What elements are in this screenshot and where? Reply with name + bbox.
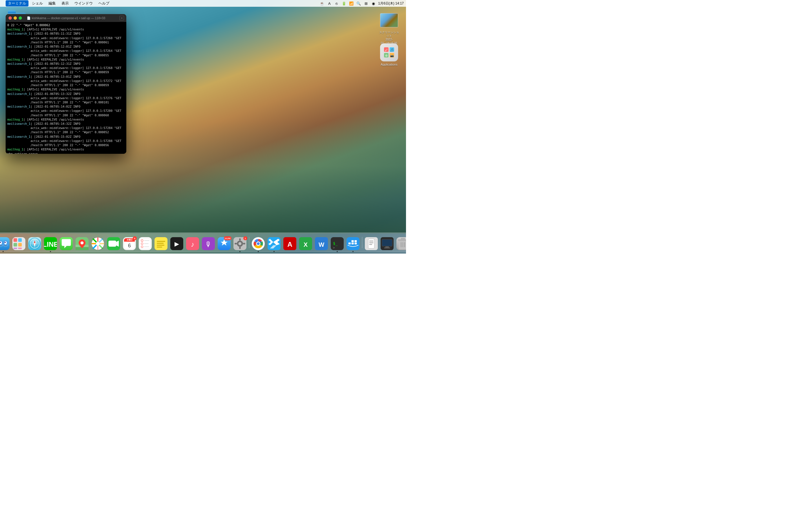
applications-icon-label: Applications [380, 62, 397, 66]
dock-item-launchpad[interactable] [11, 236, 26, 251]
coffee-icon[interactable]: ☕ [319, 1, 324, 6]
dock-item-calendar[interactable]: 木曜日 6 6 [122, 236, 137, 251]
log-line: meilisearch_1 | [2022-01-06T05:13:32Z IN… [7, 92, 124, 105]
svg-rect-73 [349, 242, 351, 244]
font-icon[interactable]: A [327, 1, 332, 6]
dock-item-facetime[interactable] [106, 236, 121, 251]
photos-icon [91, 237, 104, 250]
siri-icon[interactable]: ◉ [371, 1, 376, 6]
dock-item-clipboard[interactable] [364, 236, 378, 251]
dock-dot-vscode [273, 251, 274, 252]
svg-rect-17 [13, 243, 17, 246]
svg-rect-76 [352, 240, 354, 242]
svg-rect-80 [369, 240, 373, 241]
dock-item-acrobat[interactable]: A [283, 236, 297, 251]
menu-view[interactable]: 表示 [59, 0, 71, 6]
close-button[interactable] [8, 16, 12, 20]
log-line: mailhog_1 | [APIv1] KEEPALIVE /api/v1/ev… [7, 27, 124, 32]
dock-item-trash[interactable] [396, 236, 406, 251]
desktop-icon-screenshot[interactable]: スクリーンショット2022-01...14.16.06 [378, 10, 400, 46]
dock-item-appstore[interactable]: 10,292 [217, 236, 232, 251]
systemprefs-badge: 1 [243, 236, 247, 240]
clipboard-icon [365, 237, 378, 250]
dock-item-maps[interactable] [75, 236, 89, 251]
menu-terminal[interactable]: ターミナル [6, 0, 29, 6]
svg-text:▶: ▶ [174, 240, 179, 247]
dock-dot-chrome [258, 251, 259, 252]
log-line: mailhog_1 | [APIv1] KEEPALIVE /api/v1/ev… [7, 87, 124, 92]
notes-icon [154, 237, 167, 250]
svg-rect-18 [18, 243, 22, 246]
dock-item-word[interactable]: W [314, 236, 329, 251]
menu-edit[interactable]: 編集 [46, 0, 58, 6]
dock-item-photos[interactable] [91, 236, 105, 251]
svg-rect-89 [401, 238, 405, 240]
log-line: meilisearch_1 | [2022-01-06T05:13:01Z IN… [7, 75, 124, 88]
finder-icon [0, 237, 10, 250]
menu-help[interactable]: ヘルプ [96, 0, 112, 6]
svg-rect-16 [18, 238, 22, 242]
minimize-button[interactable] [13, 16, 17, 20]
dock-item-podcasts[interactable]: 🎙 [201, 236, 216, 251]
dock-item-reminders[interactable] [138, 236, 153, 251]
maximize-button[interactable] [18, 16, 22, 20]
dock-item-messages[interactable] [59, 236, 73, 251]
menu-shell[interactable]: シェル [30, 0, 45, 6]
dock-item-vscode[interactable] [267, 236, 282, 251]
dock-item-notes[interactable] [154, 236, 168, 251]
svg-rect-79 [368, 239, 374, 248]
search-icon[interactable]: 🔍 [356, 1, 361, 6]
svg-rect-77 [354, 240, 357, 242]
screensaver-icon [380, 237, 394, 250]
svg-point-61 [257, 242, 260, 245]
chrome-icon [252, 237, 265, 250]
music-icon: ♪ [186, 237, 199, 250]
svg-text:LINE: LINE [44, 240, 57, 248]
terminal-content[interactable]: 0 22 "-" "Wget" 0.000062 mailhog_1 | [AP… [6, 22, 126, 154]
dock-item-chrome[interactable] [251, 236, 266, 251]
battery-icon[interactable]: 🔋 [342, 1, 347, 6]
log-line: mailhog_1 | [APIv1] KEEPALIVE /api/v1/ev… [7, 57, 124, 62]
dock-item-excel[interactable]: X [298, 236, 313, 251]
terminal-scroll-indicator[interactable]: ≡ [119, 16, 124, 20]
svg-text:🎵: 🎵 [390, 48, 394, 52]
svg-rect-85 [386, 246, 389, 247]
log-line: meilisearch_1 | [2022-01-06T05:12:31Z IN… [7, 62, 124, 75]
terminal-titlebar: 📄 kishikaima — docker-compose-v1 • sail … [6, 14, 126, 22]
dock-item-systemprefs[interactable]: 1 [233, 236, 247, 251]
log-line: mailhog_1 | [APIv1] KEEPALIVE /api/v1/ev… [7, 147, 124, 152]
dock-item-finder[interactable] [0, 236, 10, 251]
dock-item-line[interactable]: LINE [43, 236, 58, 251]
terminal-title: 📄 kishikaima — docker-compose-v1 • sail … [27, 16, 105, 20]
traffic-lights [8, 16, 22, 20]
dock-item-docker[interactable] [346, 236, 360, 251]
wifi-icon[interactable]: 📶 [349, 1, 354, 6]
dock-dot-terminal [337, 251, 338, 252]
dock-item-music[interactable]: ♪ [185, 236, 200, 251]
control-center-icon[interactable]: ⊞ [363, 1, 368, 6]
svg-text:⚙: ⚙ [385, 54, 388, 57]
docker-icon [347, 237, 359, 250]
svg-text:🎙: 🎙 [205, 240, 212, 248]
svg-rect-42 [157, 245, 164, 245]
log-line: mailhog_1 | [APIv1] KEEPALIVE /api/v1/ev… [7, 117, 124, 122]
terminal-icon: $_ > [331, 237, 344, 250]
svg-rect-92 [404, 242, 405, 247]
bluetooth-icon[interactable]: ⎋ [334, 1, 339, 6]
svg-rect-82 [369, 244, 372, 245]
messages-icon [60, 237, 73, 250]
dock-item-tv[interactable]: ▶ [169, 236, 184, 251]
svg-rect-37 [109, 240, 116, 246]
dock-item-screensaver[interactable] [380, 236, 395, 251]
svg-point-13 [4, 242, 6, 243]
svg-rect-15 [13, 238, 17, 242]
menu-window[interactable]: ウインドウ [72, 0, 95, 6]
dock-item-safari[interactable] [28, 236, 42, 251]
svg-rect-90 [401, 242, 402, 247]
log-line: meilisearch_1 | [2022-01-06T05:12:01Z IN… [7, 45, 124, 57]
calendar-badge: 6 [133, 236, 137, 240]
svg-text:♪: ♪ [191, 240, 194, 248]
dock-dot-finder [3, 251, 4, 252]
dock-item-terminal[interactable]: $_ > [330, 236, 345, 251]
desktop-icon-applications[interactable]: 🖊 🎵 ⚙ 📸 Applications [378, 42, 400, 68]
